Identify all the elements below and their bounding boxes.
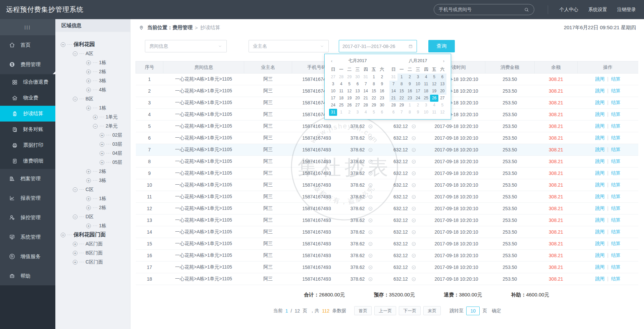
expand-node-icon[interactable]: + bbox=[100, 142, 104, 147]
calendar-day[interactable]: 6 bbox=[438, 74, 446, 81]
link-logout[interactable]: 注销登录 bbox=[617, 7, 636, 13]
calendar-day[interactable]: 3 bbox=[422, 102, 430, 109]
circle-chevron-icon[interactable] bbox=[411, 253, 416, 258]
expand-node-icon[interactable]: + bbox=[86, 178, 91, 183]
collapse-node-icon[interactable]: − bbox=[61, 233, 65, 237]
trip-link[interactable]: 跳闸 bbox=[595, 147, 604, 152]
calendar-day[interactable]: 22 bbox=[397, 95, 406, 102]
calendar-day[interactable]: 12 bbox=[430, 81, 438, 88]
circle-chevron-icon[interactable] bbox=[368, 136, 373, 141]
calendar-day[interactable]: 17 bbox=[414, 88, 422, 95]
tree-node-C区[interactable]: −C区 bbox=[55, 185, 130, 194]
sidebar-item-2-dollar[interactable]: 费用管理 bbox=[0, 55, 55, 74]
calendar-day[interactable]: 3 bbox=[329, 81, 337, 88]
expand-node-icon[interactable]: + bbox=[86, 196, 91, 201]
sidebar-item-11-usergear[interactable]: 操控管理 bbox=[0, 208, 55, 227]
sidebar-item-6-ledger[interactable]: 财务对账 bbox=[0, 122, 55, 137]
circle-chevron-icon[interactable] bbox=[368, 253, 373, 258]
calendar-day[interactable]: 3 bbox=[354, 109, 362, 116]
sidebar-item-10-chart[interactable]: 报表管理 bbox=[0, 188, 55, 208]
calendar-day[interactable]: 23 bbox=[378, 95, 386, 102]
settle-link[interactable]: 结算 bbox=[611, 111, 621, 117]
trip-link[interactable]: 跳闸 bbox=[595, 241, 604, 246]
sidebar-item-13-tag[interactable]: 增值服务 bbox=[0, 247, 55, 266]
calendar-day[interactable]: 18 bbox=[337, 95, 345, 102]
settle-link[interactable]: 结算 bbox=[611, 123, 621, 129]
tree-node-3栋[interactable]: +3栋 bbox=[55, 176, 130, 185]
calendar-day[interactable]: 5 bbox=[438, 102, 446, 109]
breadcrumb-section[interactable]: 费用管理 bbox=[172, 25, 193, 31]
calendar-day[interactable]: 6 bbox=[354, 81, 362, 88]
expand-node-icon[interactable]: + bbox=[100, 133, 104, 138]
sidebar-item-14-briefcase[interactable]: 帮助 bbox=[0, 266, 55, 286]
tree-node-B区门面[interactable]: +B区门面 bbox=[55, 248, 130, 257]
calendar-day[interactable]: 14 bbox=[362, 88, 370, 95]
calendar-icon[interactable] bbox=[408, 44, 413, 49]
trip-link[interactable]: 跳闸 bbox=[595, 123, 604, 129]
calendar-day[interactable]: 2 bbox=[345, 109, 354, 116]
global-search-input[interactable]: 手机号或房间号 bbox=[434, 4, 534, 15]
circle-chevron-icon[interactable] bbox=[411, 241, 416, 246]
calendar-day[interactable]: 10 bbox=[329, 88, 337, 95]
sidebar-item-4-house[interactable]: 物业费 bbox=[0, 90, 55, 106]
expand-node-icon[interactable]: + bbox=[100, 151, 104, 156]
calendar-day[interactable]: 18 bbox=[422, 88, 430, 95]
calendar-day[interactable]: 1 bbox=[337, 109, 345, 116]
settle-link[interactable]: 结算 bbox=[611, 76, 621, 82]
tree-node-A区[interactable]: −A区 bbox=[55, 49, 130, 58]
settle-link[interactable]: 结算 bbox=[611, 194, 621, 199]
calendar-day[interactable]: 27 bbox=[438, 95, 446, 102]
calendar-day[interactable]: 8 bbox=[397, 81, 406, 88]
settle-link[interactable]: 结算 bbox=[611, 170, 621, 176]
link-profile[interactable]: 个人中心 bbox=[559, 7, 578, 13]
calendar-day[interactable]: 10 bbox=[422, 109, 430, 116]
tree-node-2单元[interactable]: −2单元 bbox=[55, 122, 130, 131]
calendar-day[interactable]: 2 bbox=[414, 102, 422, 109]
search-icon[interactable] bbox=[524, 7, 529, 12]
trip-link[interactable]: 跳闸 bbox=[595, 158, 604, 164]
circle-chevron-icon[interactable] bbox=[411, 230, 416, 235]
room-info-select[interactable]: 房间信息 bbox=[145, 40, 227, 52]
calendar-day[interactable]: 5 bbox=[370, 109, 378, 116]
sidebar-item-12-monitor[interactable]: 系统管理 bbox=[0, 227, 55, 247]
tree-node-2栋[interactable]: +2栋 bbox=[55, 67, 130, 76]
calendar-day[interactable]: 30 bbox=[354, 74, 362, 81]
calendar-day[interactable]: 13 bbox=[438, 81, 446, 88]
settle-link[interactable]: 结算 bbox=[611, 264, 621, 270]
tree-node-02层[interactable]: +02层 bbox=[55, 131, 130, 140]
circle-chevron-icon[interactable] bbox=[411, 206, 416, 211]
trip-link[interactable]: 跳闸 bbox=[595, 229, 604, 234]
settle-link[interactable]: 结算 bbox=[611, 88, 621, 93]
calendar-day[interactable]: 20 bbox=[438, 88, 446, 95]
circle-chevron-icon[interactable] bbox=[411, 194, 416, 199]
trip-link[interactable]: 跳闸 bbox=[595, 76, 604, 82]
tree-node-04层[interactable]: +04层 bbox=[55, 149, 130, 158]
collapse-node-icon[interactable]: − bbox=[73, 97, 77, 101]
expand-node-icon[interactable]: + bbox=[73, 260, 77, 265]
calendar-day[interactable]: 12 bbox=[345, 88, 354, 95]
calendar-prev-icon[interactable]: ‹ bbox=[329, 58, 334, 63]
calendar-day[interactable]: 28 bbox=[389, 102, 397, 109]
trip-link[interactable]: 跳闸 bbox=[595, 276, 604, 281]
sidebar-collapse-button[interactable]: ||| bbox=[0, 19, 55, 35]
query-button[interactable]: 查询 bbox=[428, 40, 455, 52]
calendar-day-selected[interactable]: 26 bbox=[430, 95, 438, 102]
tree-node-1栋[interactable]: +1栋 bbox=[55, 194, 130, 203]
calendar-next-icon[interactable]: › bbox=[441, 58, 446, 63]
pager-next-button[interactable]: 下一页 bbox=[399, 306, 421, 315]
sidebar-item-7-printer[interactable]: 票据打印 bbox=[0, 137, 55, 153]
circle-chevron-icon[interactable] bbox=[411, 136, 416, 141]
link-settings[interactable]: 系统设置 bbox=[588, 7, 607, 13]
calendar-day[interactable]: 20 bbox=[354, 95, 362, 102]
circle-chevron-icon[interactable] bbox=[368, 147, 373, 152]
calendar-day[interactable]: 1 bbox=[370, 74, 378, 81]
circle-chevron-icon[interactable] bbox=[368, 124, 373, 129]
sidebar-item-3-grid[interactable]: 综合缴退费 bbox=[0, 74, 55, 90]
collapse-node-icon[interactable]: − bbox=[73, 187, 77, 192]
calendar-day[interactable]: 14 bbox=[389, 88, 397, 95]
calendar-day[interactable]: 25 bbox=[337, 102, 345, 109]
calendar-day[interactable]: 2 bbox=[406, 74, 414, 81]
expand-node-icon[interactable]: + bbox=[86, 79, 91, 83]
calendar-day[interactable]: 6 bbox=[378, 109, 386, 116]
tree-node-保利花园[interactable]: −保利花园 bbox=[55, 40, 130, 49]
